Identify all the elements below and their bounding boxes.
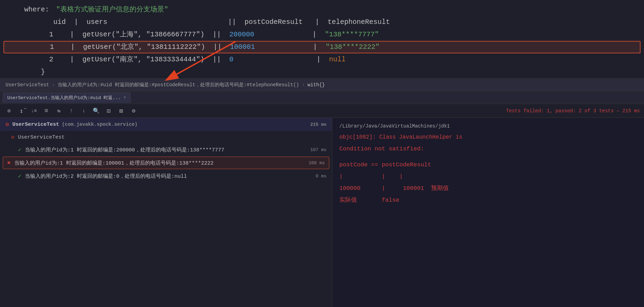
- test3-duration: 0 ms: [316, 174, 327, 179]
- stop-button[interactable]: ⊘: [4, 106, 14, 116]
- code-line-where: where: "表格方式验证用户信息的分支场景": [0, 3, 644, 16]
- tab-label: UserServiceTest.当输入的用户id为:#uid 时返...: [7, 95, 121, 101]
- test-status: Tests failed: 1, passed: 2 of 3 tests – …: [506, 108, 640, 114]
- up-button[interactable]: ↑: [66, 106, 76, 116]
- sub-label: UserServiceTest: [18, 134, 65, 140]
- breadcrumb-item-2: 当输入的用户id为:#uid 时返回的邮编是:#postCodeResult，处…: [57, 82, 299, 88]
- condition-expression: postCode == postCodeResult | | | 100000 …: [339, 159, 637, 206]
- collapse-button[interactable]: ⊡: [104, 106, 114, 116]
- expand-button[interactable]: ⊞: [116, 106, 126, 116]
- bottom-panel: ⊖ UserServiceTest (com.javakk.spock.serv…: [0, 118, 644, 307]
- condition-not-satisfied: Condition not satisfied:: [339, 146, 637, 152]
- pipe-symbols: | | |: [339, 171, 637, 183]
- test1-pass-icon: ✓: [18, 146, 21, 153]
- error-panel: /Library/Java/JavaVirtualMachines/jdk1 o…: [332, 118, 644, 307]
- test2-fail-icon: ✖: [7, 159, 11, 166]
- toolbar: ⊘ ↕̈ ↓≡ ≡ ⇆ ↑ ↓ 🔍 ⊡ ⊞ ⚙: [0, 104, 644, 118]
- group-label: UserServiceTest: [12, 122, 59, 128]
- code-area: where: "表格方式验证用户信息的分支场景" uid | users || …: [0, 0, 644, 78]
- settings-button[interactable]: ⚙: [129, 106, 138, 116]
- sub-fail-icon: ⊖: [11, 134, 15, 141]
- main-container: where: "表格方式验证用户信息的分支场景" uid | users || …: [0, 0, 644, 307]
- test1-duration: 107 ms: [310, 147, 327, 152]
- group-package: (com.javakk.spock.service): [62, 122, 137, 127]
- code-line-brace: }: [0, 66, 644, 78]
- results-panel: ⊖ UserServiceTest (com.javakk.spock.serv…: [0, 118, 332, 307]
- group-duration: 215 ms: [310, 122, 327, 127]
- test2-duration: 108 ms: [308, 160, 325, 166]
- test-result-2[interactable]: ✖ 当输入的用户id为:1 时返回的邮编是:100001，处理后的电话号码是:1…: [3, 157, 329, 169]
- value-line-2: 实际值 false: [339, 194, 637, 206]
- test2-label: 当输入的用户id为:1 时返回的邮编是:100001，处理后的电话号码是:138…: [14, 160, 214, 166]
- test3-label: 当输入的用户id为:2 时返回的邮编是:0，处理后的电话号码是:null: [25, 173, 187, 179]
- sort-asc-button[interactable]: ↕̈: [17, 106, 26, 116]
- sort-desc-button[interactable]: ↓≡: [29, 106, 39, 116]
- breadcrumb: UserServiceTest › 当输入的用户id为:#uid 时返回的邮编是…: [0, 78, 644, 91]
- condition-expr-line: postCode == postCodeResult: [339, 159, 637, 171]
- align-button[interactable]: ≡: [42, 106, 51, 116]
- down-button[interactable]: ↓: [79, 106, 89, 116]
- where-value: "表格方式验证用户信息的分支场景": [56, 3, 168, 16]
- test-result-1[interactable]: ✓ 当输入的用户id为:1 时返回的邮编是:200000，处理后的电话号码是:1…: [0, 143, 332, 156]
- result-sub-header[interactable]: ⊖ UserServiceTest: [0, 131, 332, 143]
- code-line-row2: 1 | getUser("北京", "13811112222") || 1000…: [3, 41, 641, 53]
- test3-pass-icon: ✓: [18, 173, 21, 179]
- code-line-row3: 2 | getUser("南京", "13833334444") || 0 | …: [0, 53, 644, 66]
- tab-close-button[interactable]: ×: [124, 95, 126, 100]
- breadcrumb-item-1: UserServiceTest: [6, 82, 49, 88]
- error-path: /Library/Java/JavaVirtualMachines/jdk1: [339, 123, 637, 129]
- where-keyword: where:: [24, 3, 49, 16]
- result-group-header[interactable]: ⊖ UserServiceTest (com.javakk.spock.serv…: [0, 118, 332, 131]
- search-button[interactable]: 🔍: [91, 106, 101, 116]
- breadcrumb-item-3: with{}: [307, 82, 325, 88]
- tab-bar: UserServiceTest.当输入的用户id为:#uid 时返... ×: [0, 91, 644, 104]
- value-line-1: 100000 | 100001 预期值: [339, 183, 637, 194]
- diff-button[interactable]: ⇆: [54, 106, 64, 116]
- code-line-row1: 1 | getUser("上海", "13866667777") || 2000…: [0, 28, 644, 41]
- tab-userservicetest[interactable]: UserServiceTest.当输入的用户id为:#uid 时返... ×: [3, 93, 131, 103]
- test-result-3[interactable]: ✓ 当输入的用户id为:2 时返回的邮编是:0，处理后的电话号码是:null 0…: [0, 170, 332, 182]
- status-text: Tests failed: 1, passed: 2 of 3 tests – …: [506, 108, 640, 114]
- test1-label: 当输入的用户id为:1 时返回的邮编是:200000，处理后的电话号码是:138…: [25, 147, 224, 153]
- group-fail-icon: ⊖: [6, 121, 9, 128]
- code-line-header: uid | users || postCodeResult | telephon…: [0, 16, 644, 28]
- error-class: objc[1082]: Class JavaLaunchHelper is: [339, 133, 637, 141]
